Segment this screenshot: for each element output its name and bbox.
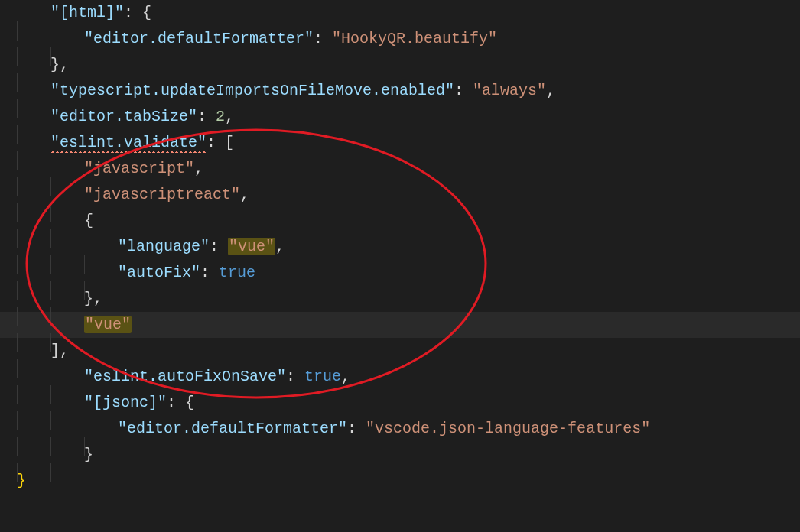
token: , bbox=[60, 56, 69, 73]
code-line[interactable]: "eslint.autoFixOnSave": true, bbox=[17, 364, 650, 390]
code-line[interactable]: }, bbox=[17, 286, 650, 312]
code-line[interactable]: "javascript", bbox=[17, 156, 650, 182]
token: } bbox=[84, 446, 93, 463]
code-line[interactable]: "autoFix": true bbox=[17, 260, 650, 286]
code-line[interactable]: "[html]": { bbox=[17, 0, 650, 26]
token: : bbox=[347, 420, 366, 437]
token: } bbox=[17, 472, 26, 489]
token: : bbox=[286, 368, 304, 385]
token: : bbox=[200, 264, 219, 281]
token: "language" bbox=[118, 238, 210, 255]
token: "typescript.updateImportsOnFileMove.enab… bbox=[50, 82, 454, 99]
token: : bbox=[314, 30, 332, 47]
code-line[interactable]: } bbox=[17, 442, 650, 468]
code-line[interactable]: "javascriptreact", bbox=[17, 182, 650, 208]
token: 2 bbox=[216, 108, 225, 125]
token: , bbox=[275, 238, 285, 255]
token: "[html]" bbox=[50, 4, 124, 21]
token: "javascript" bbox=[84, 160, 194, 177]
token: : bbox=[124, 4, 142, 21]
token: , bbox=[93, 290, 102, 307]
token: , bbox=[240, 186, 249, 203]
token: : bbox=[197, 108, 216, 125]
token: , bbox=[60, 342, 69, 359]
token: } bbox=[84, 290, 93, 307]
code-line[interactable]: "editor.tabSize": 2, bbox=[17, 104, 650, 130]
token: : bbox=[167, 394, 185, 411]
token: , bbox=[341, 368, 350, 385]
token: , bbox=[194, 160, 203, 177]
token: { bbox=[84, 212, 93, 229]
token: "eslint.validate" bbox=[50, 134, 207, 153]
token: "editor.defaultFormatter" bbox=[84, 30, 314, 47]
code-line[interactable]: "editor.defaultFormatter": "vscode.json-… bbox=[17, 416, 650, 442]
token: "always" bbox=[473, 82, 546, 99]
code-content[interactable]: "[html]": {"editor.defaultFormatter": "H… bbox=[17, 0, 650, 494]
code-line[interactable]: "eslint.validate": [ bbox=[17, 130, 650, 156]
token: , bbox=[546, 82, 555, 99]
token: ] bbox=[50, 342, 60, 359]
code-line[interactable]: "[jsonc]": { bbox=[17, 390, 650, 416]
code-editor[interactable]: "[html]": {"editor.defaultFormatter": "H… bbox=[0, 0, 800, 532]
code-line[interactable]: } bbox=[17, 468, 650, 494]
token: , bbox=[225, 108, 234, 125]
token: : bbox=[210, 238, 228, 255]
code-line[interactable]: "vue" bbox=[17, 312, 650, 338]
token: "[jsonc]" bbox=[84, 394, 167, 411]
token: "vue" bbox=[228, 238, 275, 255]
token: "vue" bbox=[84, 316, 132, 333]
token: } bbox=[50, 56, 60, 73]
token: [ bbox=[225, 134, 234, 151]
code-line[interactable]: "editor.defaultFormatter": "HookyQR.beau… bbox=[17, 26, 650, 52]
token: { bbox=[142, 4, 151, 21]
token: "editor.tabSize" bbox=[50, 108, 197, 125]
code-line[interactable]: ], bbox=[17, 338, 650, 364]
token: "javascriptreact" bbox=[84, 186, 240, 203]
token: "editor.defaultFormatter" bbox=[118, 420, 347, 437]
code-line[interactable]: { bbox=[17, 208, 650, 234]
code-line[interactable]: "language": "vue", bbox=[17, 234, 650, 260]
code-line[interactable]: "typescript.updateImportsOnFileMove.enab… bbox=[17, 78, 650, 104]
token: true bbox=[219, 264, 255, 281]
token: : bbox=[207, 134, 225, 151]
token: { bbox=[185, 394, 194, 411]
code-line[interactable]: }, bbox=[17, 52, 650, 78]
token: : bbox=[454, 82, 473, 99]
token: "vscode.json-language-features" bbox=[366, 420, 650, 437]
token: "HookyQR.beautify" bbox=[332, 30, 497, 47]
token: "eslint.autoFixOnSave" bbox=[84, 368, 286, 385]
token: true bbox=[304, 368, 341, 385]
token: "autoFix" bbox=[118, 264, 200, 281]
